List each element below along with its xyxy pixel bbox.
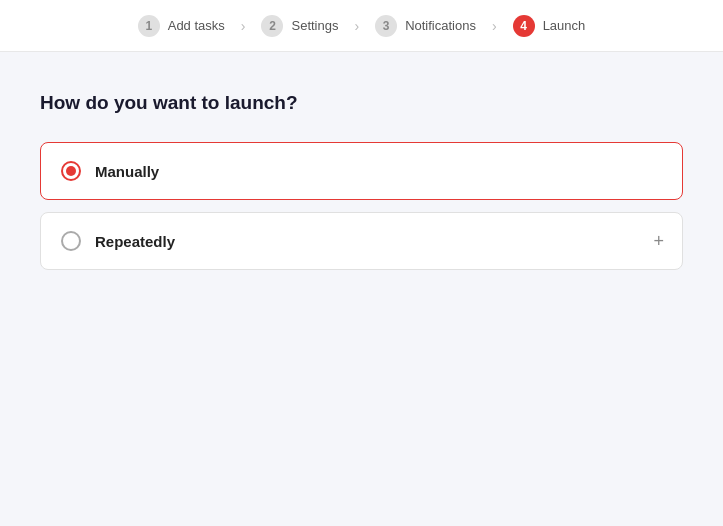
option-repeatedly[interactable]: Repeatedly + [40, 212, 683, 270]
radio-manually [61, 161, 81, 181]
chevron-1-icon: › [241, 18, 246, 34]
step-4[interactable]: 4 Launch [501, 15, 598, 37]
step-2-number: 2 [261, 15, 283, 37]
main-content: How do you want to launch? Manually Repe… [0, 52, 723, 312]
stepper: 1 Add tasks › 2 Settings › 3 Notificatio… [0, 0, 723, 52]
step-1-number: 1 [138, 15, 160, 37]
step-4-number: 4 [513, 15, 535, 37]
chevron-3-icon: › [492, 18, 497, 34]
expand-icon: + [653, 231, 664, 252]
step-1[interactable]: 1 Add tasks [126, 15, 237, 37]
option-repeatedly-label: Repeatedly [95, 233, 175, 250]
step-3-number: 3 [375, 15, 397, 37]
radio-manually-inner [66, 166, 76, 176]
page-title: How do you want to launch? [40, 92, 683, 114]
step-2-label: Settings [291, 18, 338, 33]
step-3-label: Notifications [405, 18, 476, 33]
option-manually[interactable]: Manually [40, 142, 683, 200]
step-2[interactable]: 2 Settings [249, 15, 350, 37]
option-manually-label: Manually [95, 163, 159, 180]
step-4-label: Launch [543, 18, 586, 33]
step-1-label: Add tasks [168, 18, 225, 33]
step-3[interactable]: 3 Notifications [363, 15, 488, 37]
radio-repeatedly [61, 231, 81, 251]
chevron-2-icon: › [354, 18, 359, 34]
